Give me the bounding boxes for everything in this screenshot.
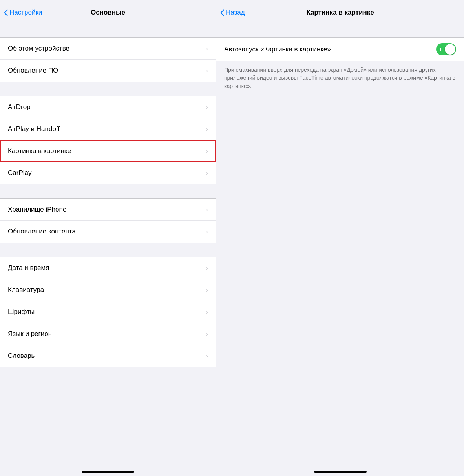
pip-setting-group: Автозапуск «Картинки в картинке» I (216, 37, 464, 61)
menu-item-pip[interactable]: Картинка в картинке › (0, 140, 216, 162)
menu-item-carplay[interactable]: CarPlay › (0, 162, 216, 184)
menu-group-device: Об этом устройстве › Обновление ПО › (0, 37, 216, 82)
chevron-left-icon (4, 9, 8, 16)
menu-item-dictionary-label: Словарь (8, 352, 35, 360)
menu-item-airdrop-label: AirDrop (8, 103, 31, 111)
menu-item-fonts-label: Шрифты (8, 308, 35, 316)
left-content: Об этом устройстве › Обновление ПО › Air… (0, 24, 216, 460)
toggle-knob (445, 44, 455, 55)
menu-item-language-label: Язык и регион (8, 330, 52, 338)
menu-item-keyboard[interactable]: Клавиатура › (0, 279, 216, 301)
menu-item-datetime-label: Дата и время (8, 264, 49, 272)
section-gap-4 (0, 243, 216, 257)
section-gap-3 (0, 184, 216, 198)
menu-item-fonts[interactable]: Шрифты › (0, 301, 216, 323)
menu-item-datetime[interactable]: Дата и время › (0, 257, 216, 279)
right-content: Автозапуск «Картинки в картинке» I При с… (216, 24, 464, 460)
back-to-general-button[interactable]: Назад (220, 9, 245, 16)
chevron-right-icon: › (206, 206, 208, 213)
menu-group-storage: Хранилище iPhone › Обновление контента › (0, 198, 216, 243)
pip-description: При смахивании вверх для перехода на экр… (216, 61, 464, 96)
menu-item-software-update[interactable]: Обновление ПО › (0, 60, 216, 82)
chevron-right-icon: › (206, 228, 208, 235)
menu-item-pip-label: Картинка в картинке (8, 147, 71, 155)
menu-group-locale: Дата и время › Клавиатура › Шрифты › Язы… (0, 257, 216, 367)
menu-item-airdrop[interactable]: AirDrop › (0, 96, 216, 118)
left-header: Настройки Основные (0, 0, 216, 24)
menu-item-background-refresh-label: Обновление контента (8, 228, 76, 235)
menu-item-storage-label: Хранилище iPhone (8, 206, 66, 213)
home-bar-right (216, 460, 464, 476)
pip-autostart-label: Автозапуск «Картинки в картинке» (224, 46, 436, 53)
menu-item-storage[interactable]: Хранилище iPhone › (0, 199, 216, 221)
back-to-settings-button[interactable]: Настройки (4, 9, 42, 16)
menu-item-airplay-label: AirPlay и Handoff (8, 125, 60, 133)
chevron-right-icon: › (206, 46, 208, 52)
chevron-right-icon: › (206, 287, 208, 293)
chevron-right-icon: › (206, 170, 208, 176)
right-panel: Назад Картинка в картинке Автозапуск «Ка… (216, 0, 464, 476)
menu-item-airplay[interactable]: AirPlay и Handoff › (0, 118, 216, 140)
chevron-left-icon (220, 9, 224, 16)
section-gap-1 (0, 24, 216, 37)
chevron-right-icon: › (206, 104, 208, 110)
menu-item-background-refresh[interactable]: Обновление контента › (0, 221, 216, 243)
chevron-right-icon: › (206, 331, 208, 337)
section-gap-2 (0, 82, 216, 96)
left-panel: Настройки Основные Об этом устройстве › … (0, 0, 216, 476)
menu-item-language[interactable]: Язык и регион › (0, 323, 216, 345)
chevron-right-icon: › (206, 67, 208, 74)
home-bar-line-right (314, 471, 367, 473)
home-bar-left (0, 460, 216, 476)
menu-item-carplay-label: CarPlay (8, 169, 31, 177)
chevron-right-icon: › (206, 126, 208, 132)
menu-item-keyboard-label: Клавиатура (8, 286, 44, 294)
menu-item-dictionary[interactable]: Словарь › (0, 345, 216, 367)
menu-item-software-update-label: Обновление ПО (8, 67, 58, 75)
chevron-right-icon: › (206, 353, 208, 359)
menu-item-about-label: Об этом устройстве (8, 45, 69, 53)
left-panel-title: Основные (91, 9, 125, 16)
home-bar-line (82, 471, 134, 473)
right-back-label: Назад (226, 9, 245, 16)
chevron-right-icon: › (206, 309, 208, 315)
right-panel-title: Картинка в картинке (306, 9, 374, 16)
back-label: Настройки (9, 9, 42, 16)
right-header: Назад Картинка в картинке (216, 0, 464, 24)
chevron-right-icon: › (206, 265, 208, 271)
pip-autostart-toggle[interactable]: I (436, 43, 456, 55)
chevron-right-icon: › (206, 148, 208, 154)
menu-group-connectivity: AirDrop › AirPlay и Handoff › Картинка в… (0, 96, 216, 184)
menu-item-about[interactable]: Об этом устройстве › (0, 38, 216, 60)
toggle-i-label: I (440, 46, 442, 52)
pip-autostart-row: Автозапуск «Картинки в картинке» I (216, 38, 464, 61)
